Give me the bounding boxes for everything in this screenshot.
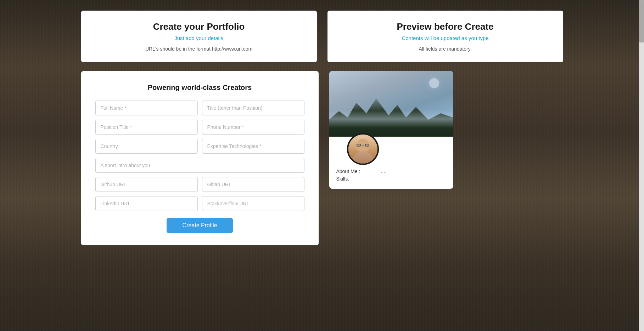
preview-skills-line: Skills: [336,176,446,182]
avatar-glasses-left [357,144,361,147]
create-portfolio-title: Create your Portfolio [95,21,303,32]
stackoverflow-url-input[interactable] [202,196,304,211]
preview-about-line: About Me : .... [336,169,446,174]
phone-number-input[interactable] [202,120,304,135]
avatar-body [352,151,374,164]
scrollbar[interactable] [639,0,644,331]
avatar-glasses [357,144,369,147]
avatar [347,133,379,165]
avatar-container [329,137,453,158]
preview-about-value: .... [381,169,387,174]
github-url-input[interactable] [95,177,198,192]
avatar-face [348,135,377,164]
short-intro-input[interactable] [95,158,304,173]
create-profile-button[interactable]: Create Profile [167,218,233,233]
form-title: Powering world-class Creators [95,84,304,92]
avatar-glasses-right [365,144,369,147]
expertise-input[interactable] [202,139,304,154]
preview-info-subtitle: Contents will be updated as you type [342,35,549,41]
preview-info-title: Preview before Create [342,21,549,32]
portfolio-form-card: Powering world-class Creators [81,71,319,245]
gitlab-url-input[interactable] [202,177,304,192]
preview-banner [329,71,453,137]
create-portfolio-subtitle: Just add your details [95,35,303,41]
title-other-input[interactable] [202,101,304,115]
avatar-glasses-bridge [362,145,364,145]
full-name-input[interactable] [95,101,198,115]
scrollbar-thumb[interactable] [639,0,644,42]
preview-body: About Me : .... Skills: [329,158,453,189]
linkedin-url-input[interactable] [95,196,198,211]
create-portfolio-desc: URL's should be in the format http://www… [95,46,303,52]
create-portfolio-card: Create your Portfolio Just add your deta… [81,11,317,62]
country-input[interactable] [95,139,198,154]
preview-about-label: About Me : [336,169,360,174]
preview-info-card: Preview before Create Contents will be u… [327,11,563,62]
preview-card: About Me : .... Skills: [329,71,453,189]
fog-decoration [329,110,453,128]
preview-info-desc: All fields are mandatory. [342,46,549,52]
position-title-input[interactable] [95,120,198,135]
